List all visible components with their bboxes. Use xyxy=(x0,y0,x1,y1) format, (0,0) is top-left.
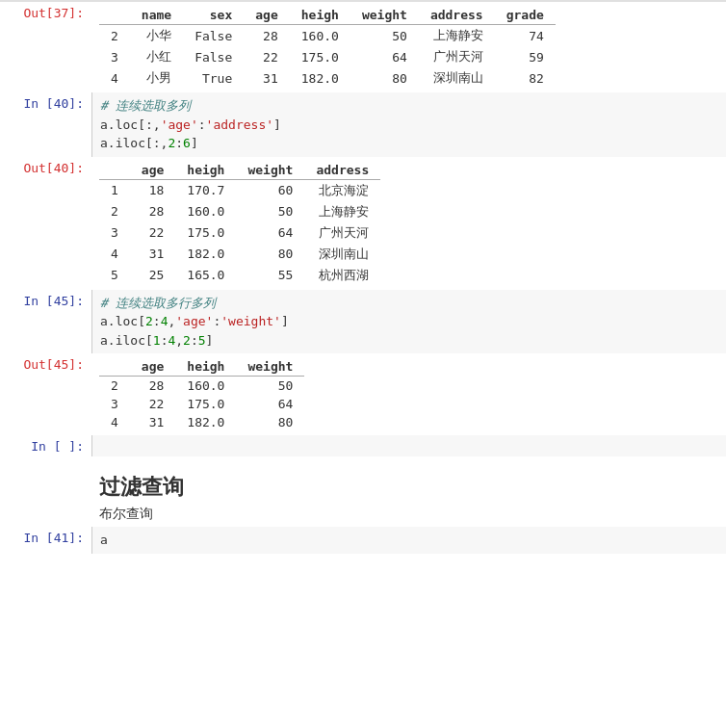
code-line: # 连续选取多行多列 xyxy=(100,294,718,313)
table-out45: age heigh weight 2 28160.050 3 22175.064 xyxy=(99,357,304,431)
cell-weight: 50 xyxy=(350,25,419,47)
cell-in40: In [40]: # 连续选取多列 a.loc[:,'age':'address… xyxy=(0,92,726,157)
col-index xyxy=(99,161,130,180)
col-age: age xyxy=(130,357,175,377)
cell-weight: 64 xyxy=(350,46,419,67)
input-area-in41[interactable]: a xyxy=(91,527,726,554)
notebook: Out[37]: name sex age heigh weight addre… xyxy=(0,0,726,554)
col-index xyxy=(99,357,130,377)
blank-input-area[interactable] xyxy=(91,435,726,456)
table-row: 3 22175.064 xyxy=(99,395,304,413)
col-age: age xyxy=(244,6,289,25)
section-header: 过滤查询 布尔查询 xyxy=(91,457,726,527)
code-line: # 连续选取多列 xyxy=(100,96,718,116)
output-out37: name sex age heigh weight address grade … xyxy=(91,2,726,92)
cell-heigh: 160.0 xyxy=(290,25,350,47)
table-row: 5 25165.055杭州西湖 xyxy=(99,265,380,286)
cell-in41: In [41]: a xyxy=(0,527,726,554)
number: 2 xyxy=(168,136,175,150)
number: 6 xyxy=(183,136,191,150)
cell-in45: In [45]: # 连续选取多行多列 a.loc[2:4,'age':'wei… xyxy=(0,290,726,354)
comment: # 连续选取多列 xyxy=(100,98,191,113)
cell-age: 28 xyxy=(244,25,289,47)
output-out40: age heigh weight address 1 18170.760北京海淀… xyxy=(91,157,726,290)
prompt-out40: Out[40]: xyxy=(0,157,91,179)
code-line: a xyxy=(100,531,718,550)
table-row: 2 28160.050 xyxy=(99,377,304,396)
cell-sex: True xyxy=(183,67,244,89)
table-row: 2 小华 False 28 160.0 50 上海静安 74 xyxy=(99,25,556,47)
section-subtitle: 布尔查询 xyxy=(99,506,718,523)
cell-out37: Out[37]: name sex age heigh weight addre… xyxy=(0,0,726,92)
cell-name: 小男 xyxy=(130,67,183,89)
cell-address: 上海静安 xyxy=(419,25,495,47)
cell-heigh: 175.0 xyxy=(290,46,350,67)
cell-name: 小华 xyxy=(130,25,183,47)
cell-grade: 59 xyxy=(495,46,556,67)
cell-heigh: 182.0 xyxy=(290,67,350,89)
cell-age: 22 xyxy=(244,46,289,67)
prompt-out37: Out[37]: xyxy=(0,2,91,24)
col-heigh: heigh xyxy=(290,6,350,25)
cell-age: 31 xyxy=(244,67,289,89)
row-index: 3 xyxy=(99,46,130,67)
table-row: 3 小红 False 22 175.0 64 广州天河 59 xyxy=(99,46,556,67)
table-row: 2 28160.050上海静安 xyxy=(99,201,380,222)
cell-grade: 74 xyxy=(495,25,556,47)
comment: # 连续选取多行多列 xyxy=(100,296,216,310)
col-index xyxy=(99,6,130,25)
col-sex: sex xyxy=(183,6,244,25)
cell-address: 广州天河 xyxy=(419,46,495,67)
cell-sex: False xyxy=(183,25,244,47)
code-line: a.iloc[:,2:6] xyxy=(100,134,718,153)
col-weight: weight xyxy=(236,161,304,180)
section-title: 过滤查询 xyxy=(99,473,718,502)
prompt-blank: In [ ]: xyxy=(0,435,91,457)
cell-out45: Out[45]: age heigh weight 2 28160.050 xyxy=(0,353,726,435)
table-row: 4 小男 True 31 182.0 80 深圳南山 82 xyxy=(99,67,556,89)
row-index: 4 xyxy=(99,67,130,89)
code-line: a.loc[:,'age':'address'] xyxy=(100,116,718,135)
col-address: address xyxy=(419,6,495,25)
table-row: 4 31182.080 xyxy=(99,413,304,431)
col-age: age xyxy=(130,161,175,180)
cell-out40: Out[40]: age heigh weight address 1 1817… xyxy=(0,157,726,290)
cell-weight: 80 xyxy=(350,67,419,89)
prompt-in40: In [40]: xyxy=(0,92,91,115)
table-row: 4 31182.080深圳南山 xyxy=(99,244,380,265)
cell-name: 小红 xyxy=(130,46,183,67)
table-row: 3 22175.064广州天河 xyxy=(99,222,380,244)
table-out40: age heigh weight address 1 18170.760北京海淀… xyxy=(99,161,380,286)
row-index: 2 xyxy=(99,25,130,47)
code-line: a.iloc[1:4,2:5] xyxy=(100,331,718,351)
string: 'address' xyxy=(206,117,273,132)
input-area-in40[interactable]: # 连续选取多列 a.loc[:,'age':'address'] a.iloc… xyxy=(91,92,726,157)
col-heigh: heigh xyxy=(175,357,236,377)
cell-sex: False xyxy=(183,46,244,67)
string: 'age' xyxy=(161,117,198,132)
col-weight: weight xyxy=(236,357,304,377)
cell-blank: In [ ]: xyxy=(0,435,726,457)
cell-grade: 82 xyxy=(495,67,556,89)
prompt-in41: In [41]: xyxy=(0,527,91,549)
code-line: a.loc[2:4,'age':'weight'] xyxy=(100,312,718,331)
col-address: address xyxy=(304,161,380,180)
prompt-in45: In [45]: xyxy=(0,290,91,312)
col-heigh: heigh xyxy=(175,161,236,180)
col-weight: weight xyxy=(350,6,419,25)
prompt-out45: Out[45]: xyxy=(0,353,91,376)
table-row: 1 18170.760北京海淀 xyxy=(99,179,380,201)
output-out45: age heigh weight 2 28160.050 3 22175.064 xyxy=(91,353,726,435)
cell-address: 深圳南山 xyxy=(419,67,495,89)
table-out37: name sex age heigh weight address grade … xyxy=(99,6,556,89)
col-name: name xyxy=(130,6,183,25)
col-grade: grade xyxy=(495,6,556,25)
input-area-in45[interactable]: # 连续选取多行多列 a.loc[2:4,'age':'weight'] a.i… xyxy=(91,290,726,354)
